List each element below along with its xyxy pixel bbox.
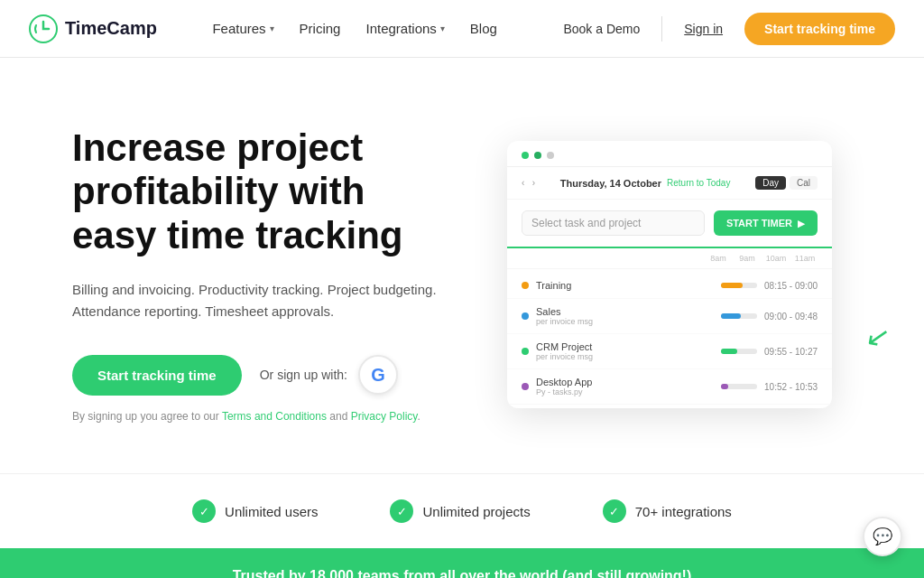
- preview-header: ‹ › Thursday, 14 October Return to Today…: [507, 167, 832, 200]
- entry-sub: Py - tasks.py: [536, 387, 714, 396]
- hero-title: Increase project profitability with easy…: [72, 126, 451, 257]
- entry-name: Desktop App: [536, 377, 714, 387]
- time-labels: 8am 9am 10am 11am: [507, 248, 832, 269]
- chat-button[interactable]: 💬: [863, 517, 902, 556]
- time-entry: Desktop App Py - tasks.py 10:52 - 10:53: [507, 369, 832, 405]
- entry-name: Training: [536, 280, 714, 291]
- task-input[interactable]: Select task and project: [522, 210, 705, 236]
- preview-nav-arrows[interactable]: ‹ ›: [522, 178, 535, 188]
- feature-item: ✓ 70+ integrations: [603, 499, 732, 523]
- entry-time: 10:52 - 10:53: [764, 382, 818, 392]
- entry-color-dot: [522, 312, 529, 320]
- hero-subtitle: Billing and invoicing. Productivity trac…: [72, 279, 451, 322]
- entry-bar-fill: [721, 384, 728, 389]
- book-demo-button[interactable]: Book a Demo: [552, 14, 651, 43]
- entry-color-dot: [522, 348, 529, 355]
- decorative-arrow: ↙: [864, 318, 893, 356]
- feature-label: Unlimited users: [225, 504, 318, 519]
- entry-time: 09:55 - 10:27: [764, 347, 818, 357]
- chat-icon: 💬: [873, 527, 892, 546]
- hero-preview: ‹ › Thursday, 14 October Return to Today…: [451, 141, 852, 408]
- nav-links: Features ▾ Pricing Integrations ▾ Blog: [201, 14, 507, 43]
- time-entries-list: Training 08:15 - 09:00 Sales per invoice…: [507, 269, 832, 408]
- time-entry: Training 08:15 - 09:00: [507, 273, 832, 299]
- check-icon: ✓: [603, 499, 626, 523]
- app-preview-window: ‹ › Thursday, 14 October Return to Today…: [507, 141, 832, 408]
- entry-bar-bg: [721, 283, 757, 288]
- entry-bar-fill: [721, 313, 741, 319]
- entry-bar-fill: [721, 349, 737, 354]
- entry-color-dot: [522, 383, 529, 390]
- feature-item: ✓ Unlimited users: [192, 499, 318, 523]
- check-icon: ✓: [390, 499, 413, 523]
- signin-button[interactable]: Sign in: [673, 14, 734, 43]
- entry-bar-bg: [721, 313, 757, 319]
- feature-item: ✓ Unlimited projects: [390, 499, 530, 523]
- preview-date: Thursday, 14 October: [560, 178, 661, 189]
- brand-name: TimeCamp: [65, 18, 157, 39]
- hero-cta-button[interactable]: Start tracking time: [72, 355, 242, 396]
- feature-label: 70+ integrations: [635, 504, 732, 519]
- trusted-banner: Trusted by 18,000 teams from all over th…: [0, 548, 924, 578]
- google-signin-button[interactable]: G: [358, 355, 398, 395]
- logo-icon: [29, 14, 58, 43]
- hero-actions: Start tracking time Or sign up with: G: [72, 355, 451, 396]
- return-today-link[interactable]: Return to Today: [667, 178, 730, 188]
- signup-with-label: Or sign up with:: [260, 368, 347, 382]
- preview-window-dots: [507, 141, 832, 167]
- preview-timer-area: Select task and project START TIMER ▶: [507, 200, 832, 248]
- entry-bar-bg: [721, 384, 757, 389]
- preview-start-timer-button[interactable]: START TIMER ▶: [714, 210, 818, 236]
- check-icon: ✓: [192, 499, 216, 523]
- navbar-actions: Book a Demo Sign in Start tracking time: [552, 13, 895, 45]
- entry-sub: per invoice msg: [536, 352, 714, 361]
- nav-features[interactable]: Features ▾: [201, 14, 284, 43]
- entry-name: Sales: [536, 306, 714, 317]
- logo[interactable]: TimeCamp: [29, 14, 157, 43]
- entry-bar-bg: [721, 349, 757, 354]
- hero-section: Increase project profitability with easy…: [0, 58, 924, 473]
- chevron-down-icon: ▾: [270, 23, 274, 33]
- privacy-link[interactable]: Privacy Policy: [351, 410, 418, 423]
- view-cal-btn[interactable]: Cal: [790, 176, 818, 190]
- time-entry: CRM Project per invoice msg 09:55 - 10:2…: [507, 334, 832, 369]
- time-entry: Sales per invoice msg 09:00 - 09:48: [507, 299, 832, 334]
- signup-with-area: Or sign up with: G: [260, 355, 398, 395]
- hero-content: Increase project profitability with easy…: [72, 126, 451, 423]
- feature-label: Unlimited projects: [422, 504, 530, 519]
- entry-sub: per invoice msg: [536, 317, 714, 326]
- nav-blog[interactable]: Blog: [459, 14, 508, 43]
- chevron-down-icon: ▾: [440, 23, 445, 33]
- dot-2: [534, 152, 541, 159]
- navbar: TimeCamp Features ▾ Pricing Integrations…: [0, 0, 924, 58]
- entry-color-dot: [522, 282, 529, 289]
- view-buttons: Day Cal: [755, 176, 818, 190]
- nav-integrations[interactable]: Integrations ▾: [355, 14, 455, 43]
- entry-bar-fill: [721, 283, 743, 288]
- features-bar: ✓ Unlimited users ✓ Unlimited projects ✓…: [0, 473, 924, 548]
- dot-3: [547, 152, 554, 159]
- entry-time: 09:00 - 09:48: [764, 312, 818, 322]
- start-tracking-button[interactable]: Start tracking time: [744, 13, 895, 45]
- terms-text: By signing up you agree to our Terms and…: [72, 410, 451, 423]
- view-day-btn[interactable]: Day: [755, 176, 786, 190]
- terms-link[interactable]: Terms and Conditions: [222, 410, 327, 423]
- nav-pricing[interactable]: Pricing: [289, 14, 352, 43]
- nav-divider: [661, 16, 662, 42]
- trusted-text: Trusted by 18,000 teams from all over th…: [233, 568, 692, 578]
- play-icon: ▶: [798, 219, 805, 228]
- entry-name: CRM Project: [536, 341, 714, 352]
- entry-time: 08:15 - 09:00: [764, 281, 818, 291]
- dot-1: [522, 152, 529, 159]
